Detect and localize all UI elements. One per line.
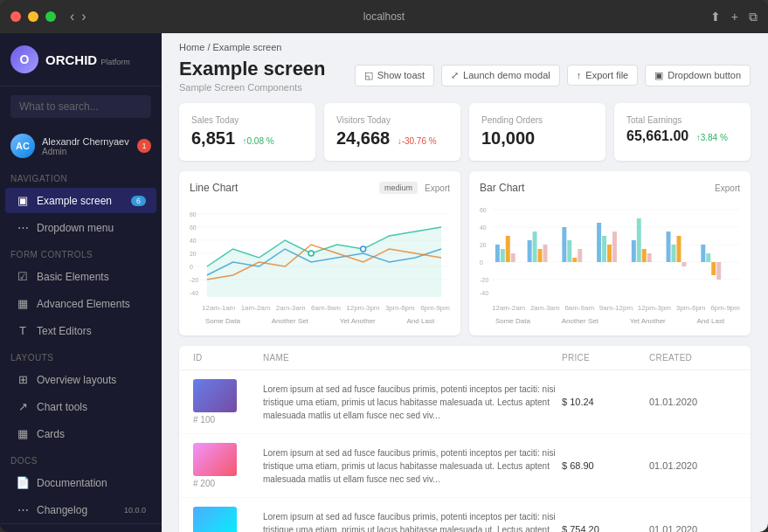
- svg-text:40: 40: [480, 225, 487, 231]
- launch-demo-modal-button[interactable]: ⤢ Launch demo modal: [441, 65, 560, 86]
- svg-point-14: [361, 246, 366, 252]
- svg-rect-31: [533, 231, 537, 262]
- stat-card-earnings: Total Earnings 65,661.00 ↑3.84 %: [614, 103, 751, 161]
- dropdown-icon: ▣: [654, 70, 663, 81]
- sidebar-item-basic-elements[interactable]: ☑ Basic Elements: [5, 264, 156, 289]
- col-header-created: Created: [649, 353, 737, 363]
- add-tab-icon[interactable]: +: [731, 10, 738, 24]
- documentation-icon: 📄: [16, 476, 30, 489]
- dropdown-label: Dropdown button: [668, 70, 741, 80]
- logo-text-group: ORCHID Platform: [45, 52, 130, 67]
- bar-chart-categories: Some Data Another Set Yet Another And La…: [480, 317, 740, 325]
- svg-rect-47: [672, 245, 676, 262]
- svg-text:20: 20: [190, 251, 197, 257]
- search-input[interactable]: [10, 95, 151, 118]
- sidebar-item-label: Overview layouts: [37, 374, 116, 386]
- logo-name: ORCHID: [45, 52, 97, 67]
- svg-rect-35: [567, 240, 571, 262]
- overview-layouts-icon: ⊞: [16, 373, 30, 386]
- svg-text:-40: -40: [190, 290, 198, 296]
- stat-change-earnings: ↑3.84 %: [696, 133, 728, 142]
- sidebar-footer: ∧ Scroll to top The application code is …: [0, 523, 162, 532]
- bar-chart-header: Bar Chart Export: [480, 182, 740, 194]
- chart-tools-icon: ↗: [16, 400, 30, 413]
- table-header: ID Name Price Created: [179, 346, 751, 370]
- breadcrumb-home[interactable]: Home: [179, 42, 204, 52]
- header-actions: ◱ Show toast ⤢ Launch demo modal ↑ Expor…: [355, 65, 751, 86]
- stat-label-visitors: Visitors Today: [336, 115, 448, 125]
- bar-chart-xlabels: 12am-2am 2am-3am 6am-9am 9am-12pm 12pm-3…: [480, 304, 740, 312]
- svg-rect-48: [676, 236, 681, 262]
- svg-rect-46: [667, 231, 671, 262]
- export-file-button[interactable]: ↑ Export file: [567, 65, 638, 86]
- line-chart-svg: 80 60 40 20 0 -20 -40: [190, 201, 450, 297]
- logo-icon: O: [10, 45, 38, 73]
- sidebar-item-changelog[interactable]: ⋯ Changelog 10.0.0: [5, 497, 156, 522]
- back-button[interactable]: ‹: [70, 9, 74, 24]
- sidebar-item-overview-layouts[interactable]: ⊞ Overview layouts: [5, 367, 156, 392]
- bar-chart-export[interactable]: Export: [715, 183, 740, 193]
- export-label: Export file: [585, 70, 628, 80]
- col-header-price: Price: [562, 353, 649, 363]
- line-chart-categories: Some Data Another Set Yet Another And La…: [190, 317, 450, 325]
- sidebar-item-text-editors[interactable]: T Text Editors: [5, 318, 156, 343]
- example-screen-badge: 6: [131, 196, 146, 206]
- show-toast-button[interactable]: ◱ Show toast: [355, 65, 434, 86]
- changelog-version: 10.0.0: [124, 506, 146, 515]
- line-chart-export[interactable]: Export: [425, 183, 450, 193]
- stat-label-orders: Pending Orders: [481, 115, 593, 125]
- notification-badge[interactable]: 1: [137, 139, 151, 153]
- stat-value-sales: 6,851 ↑0.08 %: [191, 128, 303, 149]
- svg-rect-37: [578, 249, 582, 262]
- share-icon[interactable]: ⬆: [710, 10, 721, 24]
- minimize-button[interactable]: [28, 11, 38, 22]
- row-id-2: # 200: [193, 479, 263, 488]
- svg-rect-49: [682, 262, 686, 266]
- cards-icon: ▦: [16, 427, 30, 440]
- stat-label-earnings: Total Earnings: [626, 115, 738, 125]
- basic-elements-icon: ☑: [16, 270, 30, 283]
- line-chart-badge: medium: [379, 182, 418, 194]
- svg-rect-27: [501, 249, 505, 262]
- dropdown-button[interactable]: ▣ Dropdown button: [645, 65, 751, 86]
- sidebar-item-dropdown-menu[interactable]: ⋯ Dropdown menu: [5, 215, 156, 240]
- row-name-3: Lorem ipsum at sed ad fusce faucibus pri…: [263, 510, 562, 533]
- svg-text:-40: -40: [480, 290, 488, 296]
- svg-text:60: 60: [190, 225, 197, 231]
- close-button[interactable]: [10, 11, 21, 22]
- table-row: # 200 Lorem ipsum at sed ad fusce faucib…: [179, 434, 751, 498]
- svg-rect-34: [562, 227, 566, 262]
- user-name: Alexandr Chernyaev: [42, 136, 130, 147]
- sidebar-item-cards[interactable]: ▦ Cards: [5, 421, 156, 446]
- breadcrumb-current: Example screen: [213, 42, 282, 52]
- row-image-1: [193, 379, 237, 412]
- svg-rect-29: [511, 253, 515, 262]
- logo-sub: Platform: [100, 58, 130, 66]
- sidebar-item-chart-tools[interactable]: ↗ Chart tools: [5, 394, 156, 419]
- svg-rect-40: [607, 245, 612, 262]
- sidebar-item-documentation[interactable]: 📄 Documentation: [5, 470, 156, 495]
- show-toast-icon: ◱: [364, 70, 373, 81]
- stat-label-sales: Sales Today: [191, 115, 303, 125]
- tab-overview-icon[interactable]: ⧉: [749, 10, 758, 24]
- dropdown-menu-icon: ⋯: [16, 221, 30, 234]
- row-name-1: Lorem ipsum at sed ad fusce faucibus pri…: [263, 383, 562, 422]
- avatar: AC: [10, 134, 35, 158]
- stat-change-visitors: ↓-30.76 %: [398, 136, 437, 146]
- row-date-1: 01.01.2020: [649, 397, 737, 407]
- changelog-icon: ⋯: [16, 503, 30, 516]
- sidebar-item-label: Changelog: [37, 504, 87, 516]
- svg-text:60: 60: [480, 207, 487, 213]
- maximize-button[interactable]: [45, 11, 56, 22]
- forward-button[interactable]: ›: [81, 9, 86, 24]
- titlebar: ‹ › localhost ⬆ + ⧉: [0, 0, 768, 33]
- table-row: # 300 Lorem ipsum at sed ad fusce faucib…: [179, 498, 751, 532]
- col-header-name: Name: [263, 353, 562, 363]
- sidebar-item-advanced-elements[interactable]: ▦ Advanced Elements: [5, 291, 156, 316]
- svg-text:-20: -20: [480, 277, 488, 283]
- row-date-2: 01.01.2020: [649, 460, 737, 471]
- window-controls: [10, 11, 56, 22]
- sidebar-item-example-screen[interactable]: ▣ Example screen 6: [5, 188, 156, 213]
- export-icon: ↑: [577, 70, 582, 80]
- charts-row: Line Chart medium Export: [162, 171, 768, 346]
